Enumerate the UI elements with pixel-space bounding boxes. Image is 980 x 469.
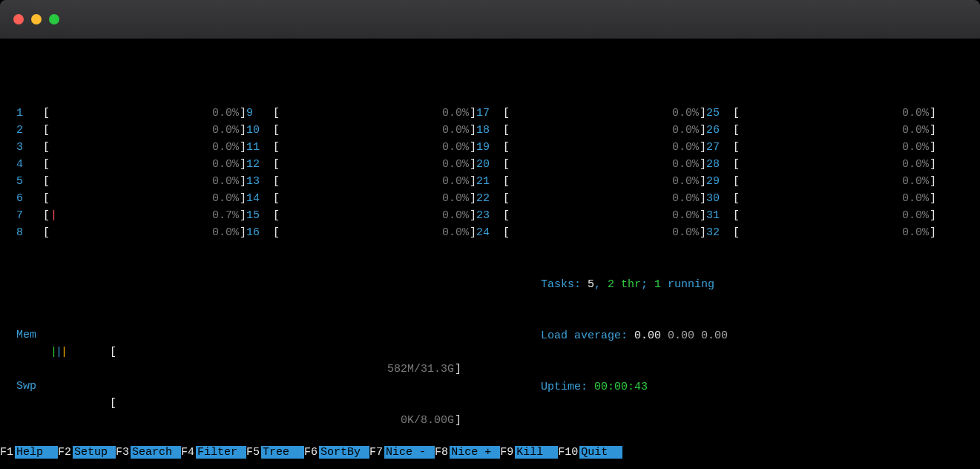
cpu-label: 31 [706, 207, 733, 224]
cpu-meter-23: 23[0.0%] [476, 207, 706, 224]
fnbtn-nice[interactable]: Nice + [450, 446, 500, 459]
cpu-pct: 0.0% [442, 173, 469, 190]
cpu-label: 8 [16, 224, 43, 241]
cpu-bar: [0.0%] [273, 190, 476, 207]
cpu-label: 26 [706, 122, 733, 139]
cpu-pct: 0.0% [212, 122, 239, 139]
cpu-pct: 0.0% [902, 122, 929, 139]
cpu-bar: [0.0%] [43, 156, 246, 173]
fnkey-f7: F7 [369, 446, 384, 459]
cpu-meter-15: 15[0.0%] [246, 207, 476, 224]
fnkey-f6: F6 [304, 446, 319, 459]
cpu-meters: 1[0.0%]2[0.0%]3[0.0%]4[0.0%]5[0.0%]6[0.0… [6, 105, 974, 241]
fnbtn-tree[interactable]: Tree [261, 446, 304, 459]
cpu-pct: 0.0% [442, 139, 469, 156]
cpu-label: 28 [706, 156, 733, 173]
cpu-pct: 0.0% [212, 156, 239, 173]
cpu-label: 30 [706, 190, 733, 207]
cpu-label: 11 [246, 139, 273, 156]
fnbtn-help[interactable]: Help [15, 446, 58, 459]
cpu-meter-25: 25[0.0%] [706, 105, 936, 122]
cpu-meter-32: 32[0.0%] [706, 224, 936, 241]
cpu-pct: 0.0% [672, 122, 699, 139]
maximize-icon[interactable] [49, 14, 59, 24]
cpu-label: 14 [246, 190, 273, 207]
cpu-label: 17 [476, 105, 503, 122]
cpu-bar: [0.0%] [733, 156, 936, 173]
cpu-bar: [0.0%] [503, 122, 706, 139]
cpu-pct: 0.0% [672, 207, 699, 224]
fnkey-f3: F3 [116, 446, 131, 459]
cpu-pct: 0.0% [672, 139, 699, 156]
minimize-icon[interactable] [31, 14, 42, 24]
cpu-label: 6 [16, 190, 43, 207]
cpu-bar: [0.0%] [43, 105, 246, 122]
cpu-label: 2 [16, 122, 43, 139]
cpu-label: 25 [706, 105, 733, 122]
cpu-meter-29: 29[0.0%] [706, 173, 936, 190]
cpu-meter-31: 31[0.0%] [706, 207, 936, 224]
fnbtn-quit[interactable]: Quit [579, 446, 622, 459]
system-summary: Tasks: 5, 2 thr; 1 running Load average:… [487, 225, 728, 413]
cpu-bar: [0.0%] [733, 173, 936, 190]
cpu-bar: [0.0%] [273, 207, 476, 224]
cpu-bar: [|0.7%] [43, 207, 246, 224]
cpu-meter-8: 8[0.0%] [16, 224, 246, 241]
cpu-pct: 0.0% [442, 156, 469, 173]
cpu-bar: [0.0%] [43, 173, 246, 190]
terminal-content: 1[0.0%]2[0.0%]3[0.0%]4[0.0%]5[0.0%]6[0.0… [0, 39, 980, 469]
cpu-meter-27: 27[0.0%] [706, 139, 936, 156]
cpu-bar: [0.0%] [273, 122, 476, 139]
mem-value: 582M/31.3G [387, 361, 454, 378]
fnkey-f8: F8 [435, 446, 450, 459]
fnkey-f9: F9 [500, 446, 515, 459]
cpu-pct: 0.0% [902, 190, 929, 207]
cpu-meter-12: 12[0.0%] [246, 156, 476, 173]
fnbtn-setup[interactable]: Setup [73, 446, 116, 459]
cpu-bar: [0.0%] [273, 173, 476, 190]
fnbtn-kill[interactable]: Kill [515, 446, 558, 459]
mem-label: Mem [16, 327, 43, 344]
cpu-label: 4 [16, 156, 43, 173]
cpu-label: 7 [16, 207, 43, 224]
cpu-label: 15 [246, 207, 273, 224]
cpu-bar: [0.0%] [273, 139, 476, 156]
fnbtn-sortby[interactable]: SortBy [319, 446, 369, 459]
cpu-bar: [0.0%] [503, 139, 706, 156]
cpu-bar: [0.0%] [43, 224, 246, 241]
cpu-pct: 0.0% [672, 190, 699, 207]
cpu-bar: [0.0%] [43, 190, 246, 207]
cpu-pct: 0.0% [902, 139, 929, 156]
cpu-bar: [0.0%] [503, 173, 706, 190]
cpu-pct: 0.0% [902, 156, 929, 173]
close-icon[interactable] [13, 14, 24, 24]
cpu-pct: 0.0% [212, 139, 239, 156]
fnbtn-search[interactable]: Search [131, 446, 181, 459]
cpu-label: 13 [246, 173, 273, 190]
cpu-pct: 0.0% [212, 224, 239, 241]
cpu-meter-10: 10[0.0%] [246, 122, 476, 139]
cpu-pct: 0.7% [212, 207, 239, 224]
cpu-label: 10 [246, 122, 273, 139]
cpu-meter-20: 20[0.0%] [476, 156, 706, 173]
cpu-bar: [0.0%] [503, 105, 706, 122]
cpu-label: 23 [476, 207, 503, 224]
cpu-meter-19: 19[0.0%] [476, 139, 706, 156]
fnbtn-nice[interactable]: Nice - [384, 446, 435, 459]
cpu-pct: 0.0% [902, 105, 929, 122]
cpu-pct: 0.0% [672, 173, 699, 190]
fnbtn-filter[interactable]: Filter [196, 446, 246, 459]
fnkey-f10: F10 [558, 446, 579, 459]
cpu-pct: 0.0% [442, 190, 469, 207]
cpu-bar: [0.0%] [43, 122, 246, 139]
cpu-pct: 0.0% [442, 207, 469, 224]
swp-bar: [ 0K/8.00G] [43, 378, 461, 446]
cpu-bar: [0.0%] [273, 105, 476, 122]
cpu-meter-6: 6[0.0%] [16, 190, 246, 207]
cpu-meter-22: 22[0.0%] [476, 190, 706, 207]
cpu-bar: [0.0%] [43, 139, 246, 156]
cpu-label: 3 [16, 139, 43, 156]
cpu-bar: [0.0%] [503, 190, 706, 207]
cpu-meter-28: 28[0.0%] [706, 156, 936, 173]
cpu-pct: 0.0% [442, 122, 469, 139]
